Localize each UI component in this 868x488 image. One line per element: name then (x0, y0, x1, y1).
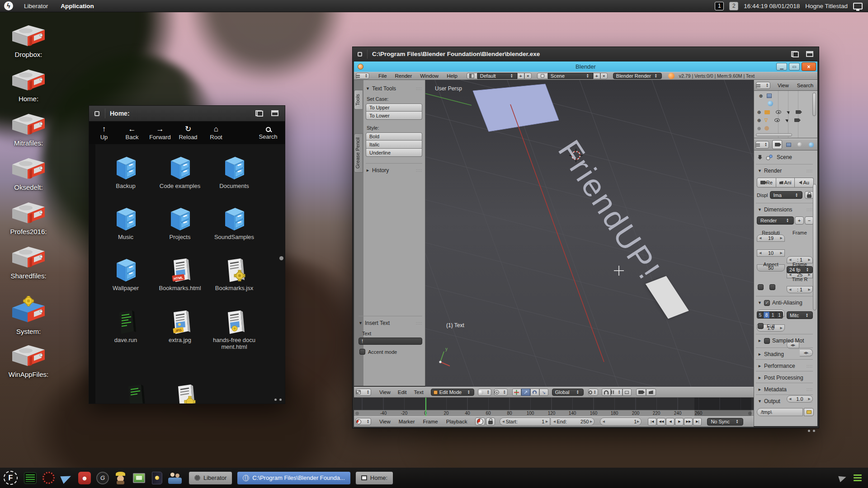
full-sample-checkbox[interactable] (758, 323, 764, 329)
forward-button[interactable]: →Forward (146, 125, 174, 141)
dock-app-icon-red-app[interactable]: ☻ (77, 470, 92, 486)
file-item-partial[interactable] (161, 383, 208, 404)
file-item-partial[interactable] (111, 383, 158, 404)
dimensions-panel-header[interactable]: ▼Dimensions:::: (758, 206, 813, 213)
window-menu-icon[interactable] (358, 52, 362, 56)
visibility-eye-icon[interactable] (776, 110, 781, 114)
resolution-x-field[interactable]: ◀19▶ (757, 235, 785, 242)
tab-render-layers[interactable] (783, 140, 793, 149)
selectability-icon[interactable] (786, 118, 790, 122)
current-frame-line[interactable] (425, 398, 426, 416)
window-resize-grip[interactable] (274, 399, 282, 401)
display-mode-select[interactable]: Ima▲▼ (770, 191, 802, 199)
outliner-row-text-object[interactable]: ⊕∇ (756, 117, 799, 123)
scale-manipulator-button[interactable]: ↘ (539, 389, 548, 396)
lock-interface-button[interactable] (805, 191, 814, 199)
opengl-render-anim-button[interactable] (646, 389, 656, 396)
menu-edit[interactable]: Edit (396, 389, 409, 395)
desktop-icon-profes2016[interactable]: Profes2016: (2, 200, 55, 235)
opengl-render-button[interactable] (636, 389, 646, 396)
translate-manipulator-button[interactable]: ↗ (521, 389, 530, 396)
outliner-hscrollbar[interactable] (756, 133, 792, 136)
insert-text-input[interactable] (359, 338, 422, 345)
task-home[interactable]: Home: (355, 471, 393, 485)
sync-mode-select[interactable]: No Sync▲▼ (707, 418, 743, 426)
plane-object[interactable] (473, 84, 559, 131)
file-item[interactable]: SoundSamples (211, 206, 258, 241)
viewport-shading-button[interactable]: ▲▼ (478, 389, 491, 396)
file-item[interactable]: Backup (102, 155, 149, 190)
pivot-center-button[interactable]: ▲▼ (494, 389, 508, 396)
pin-icon[interactable] (758, 155, 762, 160)
use-preview-range-button[interactable] (475, 418, 485, 426)
italic-button[interactable]: Italic (366, 141, 422, 149)
menu-window[interactable]: Window (418, 73, 440, 79)
minimize-button[interactable]: ▁ (776, 63, 787, 70)
timeline-cache-strip[interactable] (354, 398, 754, 410)
tab-world[interactable] (806, 140, 816, 149)
file-item[interactable]: Projects (156, 206, 203, 241)
editor-type-button[interactable]: ▲▼ (356, 73, 369, 79)
search-button[interactable]: Search (254, 126, 282, 140)
fps-select[interactable]: 24 fp▲▼ (787, 266, 813, 273)
window-maximize-icon[interactable] (806, 51, 813, 57)
desktop-icon-oksedelt[interactable]: Oksedelt: (2, 155, 55, 191)
current-frame-field[interactable]: ◀1▶ (600, 418, 642, 426)
render-animation-button[interactable]: Ani (776, 178, 795, 188)
browse-folder-button[interactable] (804, 408, 814, 416)
menu-liberator[interactable]: Liberator (18, 0, 54, 12)
menu-frame[interactable]: Frame (421, 419, 440, 424)
up-button[interactable]: ↑Up (90, 125, 118, 141)
viewport-3d[interactable]: y User Persp (1) Text (425, 80, 755, 387)
dock-app-icon-monitor[interactable] (131, 470, 146, 486)
aa-samples-11[interactable]: 1 (770, 312, 776, 318)
anti-aliasing-checkbox[interactable]: ✓ (764, 300, 770, 306)
blender-window-titlebar[interactable]: C:\Program Files\Blender Foundation\Blen… (353, 47, 819, 61)
next-keyframe-button[interactable]: ▶▶ (684, 418, 693, 426)
dock-app-icon-book[interactable] (149, 470, 165, 486)
menu-file[interactable]: File (377, 73, 389, 79)
close-layout-button[interactable]: × (524, 73, 532, 79)
to-upper-button[interactable]: To Upper (366, 103, 422, 112)
output-path-field[interactable]: /tmp\ (757, 408, 803, 416)
outliner-row-scene[interactable]: ⊕ (758, 93, 772, 99)
close-scene-button[interactable]: × (600, 73, 608, 79)
editor-type-button[interactable]: ▲▼ (755, 141, 769, 149)
editor-type-button[interactable]: ▲▼ (356, 418, 371, 425)
home-file-grid[interactable]: Backup Code examples Documents Music Pro… (89, 144, 285, 404)
border-checkbox[interactable] (758, 284, 764, 290)
frame-step-field[interactable]: ◀: 1▶ (787, 286, 813, 293)
file-item[interactable]: hands-free document.html (211, 309, 258, 351)
menu-view[interactable]: View (377, 419, 392, 424)
post-processing-panel-header[interactable]: ►Post Processing (758, 375, 813, 381)
shading-panel-header[interactable]: ►Shading:::: (758, 351, 813, 357)
home-window-titlebar[interactable]: Home: (89, 106, 285, 122)
menu-playback[interactable]: Playback (444, 419, 469, 424)
file-item[interactable]: Documents (211, 155, 258, 190)
editor-type-button[interactable]: ▲▼ (756, 82, 770, 89)
panel-expand-icon[interactable]: ▼ (359, 321, 363, 325)
anti-aliasing-panel-header[interactable]: ▼✓Anti-Aliasing (758, 300, 813, 306)
expand-icon[interactable]: ⊕ (758, 93, 764, 99)
workspace-2-button[interactable]: 2 (729, 2, 738, 10)
snap-toggle-button[interactable] (602, 389, 611, 396)
sampled-motion-panel-header[interactable]: ►Sampled Mot (758, 338, 813, 344)
accent-mode-checkbox[interactable] (359, 349, 365, 355)
bold-button[interactable]: Bold (366, 132, 422, 141)
back-button[interactable]: ←Back (118, 125, 146, 141)
play-button[interactable]: ▶ (675, 418, 684, 426)
desktop-icon-winappfiles[interactable]: WinAppFiles: (2, 343, 55, 378)
mode-select[interactable]: Edit Mode▲▼ (431, 389, 474, 396)
aa-samples-buttons[interactable]: 5 8 1 1 (757, 311, 783, 319)
window-depth-icon[interactable] (791, 51, 799, 57)
desktop-icon-home[interactable]: Home: (2, 67, 55, 103)
history-panel-header[interactable]: ►History:::: (366, 163, 422, 174)
outliner-search-menu[interactable]: Search (795, 83, 815, 88)
menu-hamburger-icon[interactable] (854, 474, 862, 481)
menu-view[interactable]: View (377, 389, 392, 395)
terminal-app-icon[interactable] (23, 470, 38, 486)
menu-help[interactable]: Help (445, 73, 459, 79)
remove-preset-button[interactable]: − (805, 216, 814, 225)
menu-marker[interactable]: Marker (397, 419, 417, 424)
end-frame-field[interactable]: ◀End:250▶ (551, 418, 594, 426)
